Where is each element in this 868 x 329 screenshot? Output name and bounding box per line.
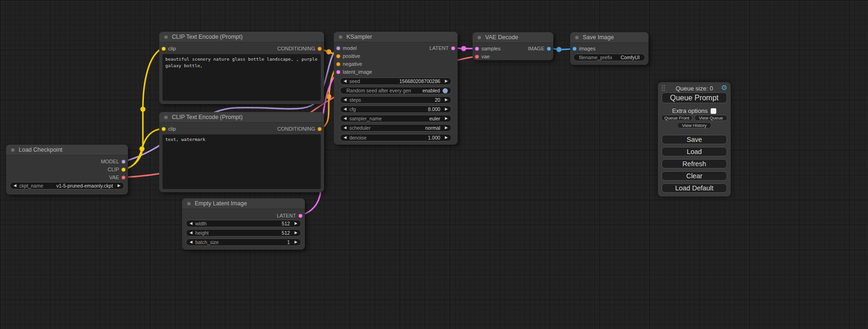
cfg-widget[interactable]: ◀ cfg 8.000 ▶ (340, 105, 452, 113)
collapse-dot-icon[interactable] (477, 35, 481, 40)
negative-prompt-textarea[interactable]: text, watermark (162, 134, 321, 189)
node-title-bar[interactable]: VAE Decode (473, 32, 553, 43)
image-output-port[interactable] (547, 47, 551, 51)
collapse-dot-icon[interactable] (339, 35, 343, 39)
model-output-port[interactable] (121, 160, 126, 164)
sampler-name-widget[interactable]: ◀ sampler_name euler ▶ (340, 115, 452, 122)
node-vae-decode[interactable]: VAE Decode samples IMAGE vae (473, 32, 553, 60)
width-widget[interactable]: ◀ width 512 ▶ (186, 220, 301, 227)
increment-arrow-icon[interactable]: ▶ (445, 79, 448, 83)
reroute-dot-clip-upper[interactable] (141, 107, 146, 112)
latent-output-port[interactable] (451, 46, 455, 50)
view-queue-button[interactable]: View Queue (694, 115, 727, 121)
images-input-port[interactable] (572, 47, 577, 51)
decrement-arrow-icon[interactable]: ◀ (190, 222, 192, 225)
reroute-dot-negative[interactable] (326, 94, 332, 99)
settings-gear-icon[interactable]: ⚙ (721, 84, 727, 91)
node-save-image[interactable]: Save Image images filename_prefix ComfyU… (570, 32, 649, 65)
input-label: images (579, 46, 595, 51)
ckpt-name-widget[interactable]: ◀ ckpt_name v1-5-pruned-emaonly.ckpt ▶ (10, 182, 124, 189)
node-title-bar[interactable]: CLIP Text Encode (Prompt) (159, 32, 324, 42)
decrement-arrow-icon[interactable]: ◀ (344, 136, 346, 140)
load-default-button[interactable]: Load Default (662, 183, 727, 193)
node-title-bar[interactable]: Empty Latent Image (182, 198, 305, 209)
increment-arrow-icon[interactable]: ▶ (118, 184, 120, 188)
height-widget[interactable]: ◀ height 512 ▶ (186, 229, 301, 237)
node-title-bar[interactable]: Save Image (570, 32, 649, 43)
conditioning-output-port[interactable] (318, 47, 322, 51)
node-ksampler[interactable]: KSampler model LATENT positive negative … (334, 32, 458, 145)
decrement-arrow-icon[interactable]: ◀ (190, 231, 192, 235)
denoise-widget[interactable]: ◀ denoise 1.000 ▶ (340, 134, 452, 141)
decrement-arrow-icon[interactable]: ◀ (344, 126, 346, 130)
input-label: positive (343, 53, 360, 59)
output-label: LATENT (277, 213, 296, 218)
collapse-dot-icon[interactable] (164, 115, 168, 119)
seed-widget[interactable]: ◀ seed 156680208700286 ▶ (340, 77, 452, 85)
vae-output-port[interactable] (121, 175, 126, 180)
toggle-enabled-icon[interactable] (443, 88, 448, 93)
increment-arrow-icon[interactable]: ▶ (445, 136, 448, 140)
refresh-button[interactable]: Refresh (662, 159, 727, 168)
latent-image-input-port[interactable] (336, 70, 340, 74)
widget-value: v1-5-pruned-emaonly.ckpt (56, 183, 113, 189)
scheduler-widget[interactable]: ◀ scheduler normal ▶ (340, 124, 452, 132)
widget-label: batch_size (195, 239, 219, 245)
collapse-dot-icon[interactable] (575, 35, 579, 40)
extra-options-row: Extra options (658, 107, 731, 114)
negative-input-port[interactable] (336, 62, 340, 66)
increment-arrow-icon[interactable]: ▶ (295, 222, 297, 225)
node-title-bar[interactable]: Load Checkpoint (6, 145, 128, 155)
load-button[interactable]: Load (662, 147, 727, 156)
collapse-dot-icon[interactable] (11, 148, 15, 152)
collapse-dot-icon[interactable] (187, 202, 191, 206)
reroute-dot-clip-lower[interactable] (140, 147, 145, 152)
positive-prompt-textarea[interactable]: beautiful scenery nature glass bottle la… (162, 54, 321, 101)
queue-front-button[interactable]: Queue Front (661, 115, 692, 121)
vae-input-port[interactable] (475, 55, 479, 59)
node-title-bar[interactable]: KSampler (334, 32, 458, 42)
node-load-checkpoint[interactable]: Load Checkpoint MODEL CLIP VAE ◀ ckpt_na… (6, 145, 128, 195)
output-label: VAE (109, 175, 119, 180)
latent-output-port[interactable] (298, 214, 303, 218)
reroute-dot-positive[interactable] (326, 49, 332, 55)
node-title-bar[interactable]: CLIP Text Encode (Prompt) (159, 112, 324, 123)
widget-label: denoise (349, 135, 367, 140)
widget-label: cfg (349, 106, 356, 112)
increment-arrow-icon[interactable]: ▶ (445, 126, 448, 130)
decrement-arrow-icon[interactable]: ◀ (190, 240, 192, 244)
output-slot-latent: LATENT (182, 212, 305, 219)
steps-widget[interactable]: ◀ steps 20 ▶ (340, 96, 452, 104)
save-button[interactable]: Save (662, 135, 727, 144)
conditioning-output-port[interactable] (318, 127, 322, 131)
view-history-button[interactable]: View History (677, 122, 712, 128)
queue-size-label: Queue size: 0 (658, 85, 731, 92)
clip-output-port[interactable] (121, 168, 126, 172)
decrement-arrow-icon[interactable]: ◀ (344, 117, 346, 120)
node-empty-latent-image[interactable]: Empty Latent Image LATENT ◀ width 512 ▶ … (182, 198, 305, 250)
increment-arrow-icon[interactable]: ▶ (295, 240, 297, 244)
decrement-arrow-icon[interactable]: ◀ (344, 107, 346, 111)
increment-arrow-icon[interactable]: ▶ (445, 107, 448, 111)
batch-size-widget[interactable]: ◀ batch_size 1 ▶ (186, 238, 301, 246)
queue-prompt-button[interactable]: Queue Prompt (662, 92, 727, 103)
node-title: Save Image (583, 32, 614, 42)
increment-arrow-icon[interactable]: ▶ (295, 231, 297, 235)
node-clip-text-encode-positive[interactable]: CLIP Text Encode (Prompt) clip CONDITION… (159, 32, 324, 104)
reroute-dot-latent[interactable] (461, 46, 466, 51)
decrement-arrow-icon[interactable]: ◀ (14, 184, 16, 188)
output-slot-image: IMAGE (473, 45, 553, 52)
random-seed-toggle-widget[interactable]: Random seed after every gen enabled (340, 87, 452, 94)
decrement-arrow-icon[interactable]: ◀ (344, 79, 346, 83)
decrement-arrow-icon[interactable]: ◀ (344, 98, 346, 102)
filename-prefix-widget[interactable]: filename_prefix ComfyUI (573, 54, 645, 61)
collapse-dot-icon[interactable] (164, 35, 168, 39)
increment-arrow-icon[interactable]: ▶ (445, 117, 448, 120)
reroute-dot-image[interactable] (557, 47, 562, 52)
widget-label: width (195, 221, 207, 226)
increment-arrow-icon[interactable]: ▶ (445, 98, 448, 102)
extra-options-checkbox[interactable] (711, 108, 716, 114)
positive-input-port[interactable] (336, 54, 340, 58)
clear-button[interactable]: Clear (662, 171, 727, 181)
node-clip-text-encode-negative[interactable]: CLIP Text Encode (Prompt) clip CONDITION… (159, 112, 324, 192)
